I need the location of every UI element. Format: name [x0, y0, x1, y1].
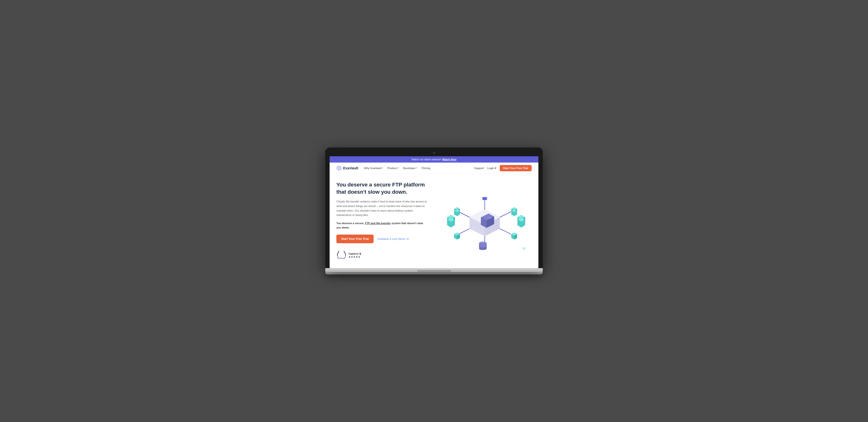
capterra-wreath-icon [336, 249, 346, 261]
hero-subtitle: You deserve a secure, FTP and file-trans… [336, 221, 428, 230]
nav-right: Support Login ▾ Start Your Free Trial [474, 165, 532, 171]
star-3: ★ [353, 256, 355, 258]
nav-product[interactable]: Product ▾ [388, 167, 399, 169]
capterra-badge: Capterra 5 ★ ★ ★ ★ ★ [336, 249, 433, 261]
svg-point-1 [339, 168, 339, 168]
logo[interactable]: ExaVault [336, 165, 359, 171]
hero-trial-button[interactable]: Start Your Free Trial [336, 234, 374, 243]
hero-demo-link[interactable]: Schedule a Live Demo ⊙ [377, 237, 409, 240]
webcam [433, 152, 435, 154]
chevron-down-icon: ▾ [398, 167, 399, 169]
announcement-banner: Watch our latest webinar! Watch Now [330, 156, 538, 163]
nav-trial-button[interactable]: Start Your Free Trial [500, 165, 532, 171]
laptop-foot [325, 272, 543, 274]
chevron-down-icon: ▾ [382, 167, 383, 169]
iso-network-illustration: </> [438, 181, 532, 261]
hero-illustration: </> [438, 181, 532, 261]
nav-links: Why ExaVault ▾ Product ▾ Developer ▾ Pri… [364, 167, 474, 169]
svg-text:</>: </> [488, 217, 492, 219]
hero-title: You deserve a secure FTP platformthat do… [336, 181, 433, 195]
star-5: ★ [358, 256, 360, 258]
circle-arrow-icon: ⊙ [406, 237, 409, 240]
exavault-logo-icon [336, 165, 342, 171]
banner-link[interactable]: Watch Now [442, 158, 457, 161]
hero-buttons: Start Your Free Trial Schedule a Live De… [336, 234, 433, 243]
capterra-score: 5 [359, 252, 361, 256]
banner-text: Watch our latest webinar! [411, 158, 441, 161]
nav-developer[interactable]: Developer ▾ [403, 167, 417, 169]
nav-login[interactable]: Login ▾ [487, 166, 496, 170]
svg-rect-6 [485, 197, 487, 198]
screen-content: Watch our latest webinar! Watch Now ExaV… [330, 156, 538, 268]
hero-content: You deserve a secure FTP platformthat do… [336, 181, 438, 261]
hero-description: Chaotic file-transfer systems make it ha… [336, 199, 428, 218]
capterra-content: Capterra 5 ★ ★ ★ ★ ★ [348, 252, 361, 258]
svg-rect-7 [483, 199, 487, 199]
hero-section: You deserve a secure FTP platformthat do… [330, 174, 538, 268]
capterra-label: Capterra [348, 253, 359, 255]
svg-rect-5 [483, 197, 484, 198]
star-2: ★ [351, 256, 353, 258]
screen-bezel: Watch our latest webinar! Watch Now ExaV… [325, 148, 543, 268]
chevron-down-icon: ▾ [416, 167, 417, 169]
nav-support[interactable]: Support [474, 167, 484, 169]
chevron-down-icon: ▾ [495, 166, 496, 170]
laptop-base [325, 268, 543, 272]
nav-pricing[interactable]: Pricing [422, 167, 430, 169]
ftp-link[interactable]: FTP and file-transfer [365, 222, 391, 225]
star-1: ★ [348, 256, 351, 258]
logo-text: ExaVault [343, 166, 359, 170]
navbar: ExaVault Why ExaVault ▾ Product ▾ Develo… [330, 163, 538, 174]
laptop-frame: Watch our latest webinar! Watch Now ExaV… [325, 148, 543, 274]
star-4: ★ [356, 256, 358, 258]
nav-why-exavault[interactable]: Why ExaVault ▾ [364, 167, 383, 169]
star-rating: ★ ★ ★ ★ ★ [348, 256, 361, 258]
